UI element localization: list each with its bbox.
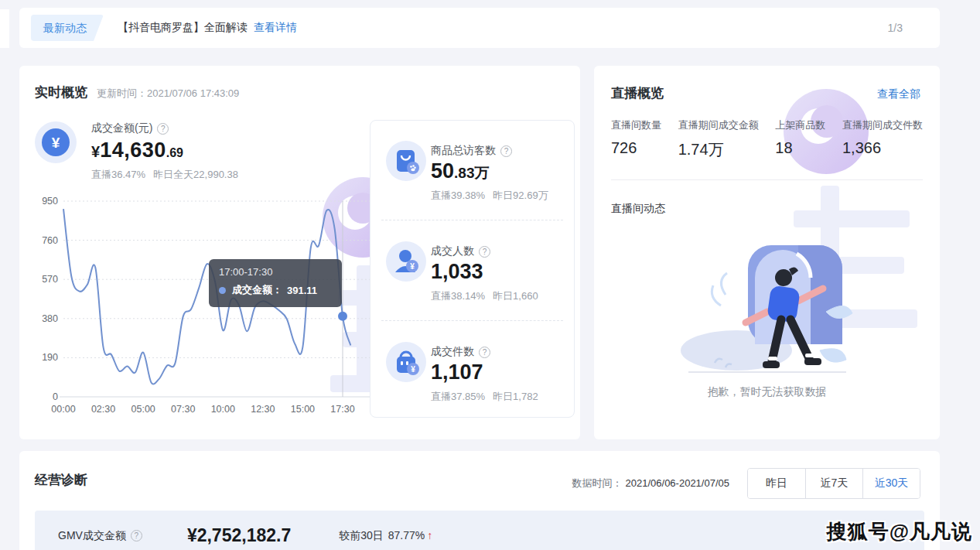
tooltip-series-label: 成交金额： xyxy=(232,283,282,297)
metric-label: 商品总访客数 xyxy=(431,144,496,158)
bag-visitor-icon xyxy=(391,146,421,176)
x-tick-label: 12:30 xyxy=(251,404,275,415)
diagnosis-card: 经营诊断 数据时间：2021/06/06-2021/07/05 昨日 近7天 近… xyxy=(19,451,940,550)
data-time: 数据时间：2021/06/06-2021/07/05 xyxy=(572,477,729,490)
divider xyxy=(381,220,563,220)
x-tick-label: 17:30 xyxy=(330,404,354,415)
realtime-side-metrics: 商品总访客数 ? 50.83万 直播39.38%昨日92.69万 ¥ 成交人数 … xyxy=(370,120,575,418)
divider xyxy=(381,320,563,321)
live-stat-rooms: 直播间数量726 xyxy=(611,118,661,160)
range-button-30days[interactable]: 近30天 xyxy=(862,469,920,498)
highlight-dot xyxy=(338,312,347,321)
tooltip-value: 391.11 xyxy=(287,285,317,296)
metric-label: 成交件数 xyxy=(431,345,474,359)
main-metric-sub: 直播36.47%昨日全天22,990.38 xyxy=(91,168,238,182)
svg-text:¥: ¥ xyxy=(410,262,415,271)
live-stats-row: 直播间数量726 直播期间成交金额1.74万 上架商品数18 直播期间成交件数1… xyxy=(611,118,923,160)
news-title: 【抖音电商罗盘】全面解读 xyxy=(118,21,248,35)
live-overview-card: 直播概览 查看全部 直播间数量726 直播期间成交金额1.74万 上架商品数18… xyxy=(594,66,940,439)
gmv-summary-row: GMV成交金额 ? ¥2,752,182.7 较前30日87.77%↑ xyxy=(35,511,924,550)
series-dot-icon xyxy=(219,287,226,294)
help-icon[interactable]: ? xyxy=(500,145,512,157)
news-banner: 最新动态 【抖音电商罗盘】全面解读 查看详情 1/3 xyxy=(19,8,940,48)
chart-tooltip: 17:00-17:30 成交金额： 391.11 xyxy=(209,259,342,307)
y-tick-label: 760 xyxy=(42,235,58,246)
view-all-link[interactable]: 查看全部 xyxy=(877,87,920,101)
empty-state-text: 抱歉，暂时无法获取数据 xyxy=(594,385,940,399)
gmv-label: GMV成交金额 xyxy=(58,529,126,543)
bag-yuan-icon: ¥ xyxy=(391,347,421,377)
x-tick-label: 07:30 xyxy=(171,404,195,415)
svg-text:¥: ¥ xyxy=(52,135,60,151)
gmv-compare: 较前30日87.77%↑ xyxy=(339,529,432,543)
y-tick-label: 380 xyxy=(42,313,58,324)
metric-row-items: ¥ 成交件数 ? 1,107 直播37.85%昨日1,782 xyxy=(370,331,574,415)
help-icon[interactable]: ? xyxy=(157,123,169,135)
x-tick-label: 02:30 xyxy=(91,404,115,415)
realtime-title: 实时概览 xyxy=(35,84,87,101)
empty-state-illustration xyxy=(674,220,860,381)
y-tick-label: 570 xyxy=(42,274,58,285)
main-metric-value: ¥14,630.69 xyxy=(91,138,183,162)
range-button-7days[interactable]: 近7天 xyxy=(805,469,862,498)
help-icon[interactable]: ? xyxy=(479,347,490,358)
view-details-link[interactable]: 查看详情 xyxy=(254,21,297,35)
news-pager: 1/3 xyxy=(888,22,903,34)
gmv-value: ¥2,752,182.7 xyxy=(187,525,291,546)
yuan-coin-icon: ¥ xyxy=(41,128,70,157)
main-metric-label: 成交金额(元) xyxy=(91,121,152,135)
help-icon[interactable]: ? xyxy=(479,246,490,258)
x-tick-label: 15:00 xyxy=(291,404,315,415)
divider xyxy=(611,179,923,180)
live-stat-products: 上架商品数18 xyxy=(775,118,825,160)
x-tick-label: 10:00 xyxy=(211,404,235,415)
diagnosis-title: 经营诊断 xyxy=(35,471,87,489)
metric-row-buyers: ¥ 成交人数 ? 1,033 直播38.14%昨日1,660 xyxy=(370,231,574,314)
tooltip-time-range: 17:00-17:30 xyxy=(219,266,332,278)
y-tick-label: 190 xyxy=(42,352,58,363)
sohu-watermark: 搜狐号@凡凡说 xyxy=(827,518,972,545)
metric-sub: 直播37.85%昨日1,782 xyxy=(431,390,538,404)
user-yuan-icon: ¥ xyxy=(391,247,421,276)
trend-chart[interactable]: 019038057076095000:0002:3005:0007:3010:0… xyxy=(29,190,386,429)
metric-sub: 直播39.38%昨日92.69万 xyxy=(431,189,548,203)
y-tick-label: 950 xyxy=(42,196,58,207)
metric-value: 1,033 xyxy=(431,260,483,284)
metric-value: 50.83万 xyxy=(431,159,489,183)
live-stat-items: 直播期间成交件数1,366 xyxy=(842,118,923,160)
x-tick-label: 05:00 xyxy=(131,404,155,415)
live-stat-gmv: 直播期间成交金额1.74万 xyxy=(678,118,759,160)
live-overview-title: 直播概览 xyxy=(611,84,664,102)
trend-up-arrow-icon: ↑ xyxy=(427,529,432,541)
help-icon[interactable]: ? xyxy=(131,530,142,541)
metric-value: 1,107 xyxy=(431,360,483,384)
range-button-yesterday[interactable]: 昨日 xyxy=(748,469,805,498)
metric-label: 成交人数 xyxy=(431,244,474,258)
x-tick-label: 00:00 xyxy=(51,404,75,415)
metric-sub: 直播38.14%昨日1,660 xyxy=(431,289,538,303)
realtime-overview-card: 实时概览 更新时间：2021/07/06 17:43:09 ¥ 成交金额(元) … xyxy=(19,66,580,439)
page-edge xyxy=(0,9,9,48)
latest-news-badge[interactable]: 最新动态 xyxy=(31,15,104,41)
y-tick-label: 0 xyxy=(53,391,58,402)
live-dynamics-title: 直播间动态 xyxy=(611,202,665,216)
metric-row-visitors: 商品总访客数 ? 50.83万 直播39.38%昨日92.69万 xyxy=(370,130,574,214)
svg-text:¥: ¥ xyxy=(411,365,415,374)
update-time: 更新时间：2021/07/06 17:43:09 xyxy=(97,87,239,101)
date-range-group: 昨日 近7天 近30天 xyxy=(747,468,920,499)
